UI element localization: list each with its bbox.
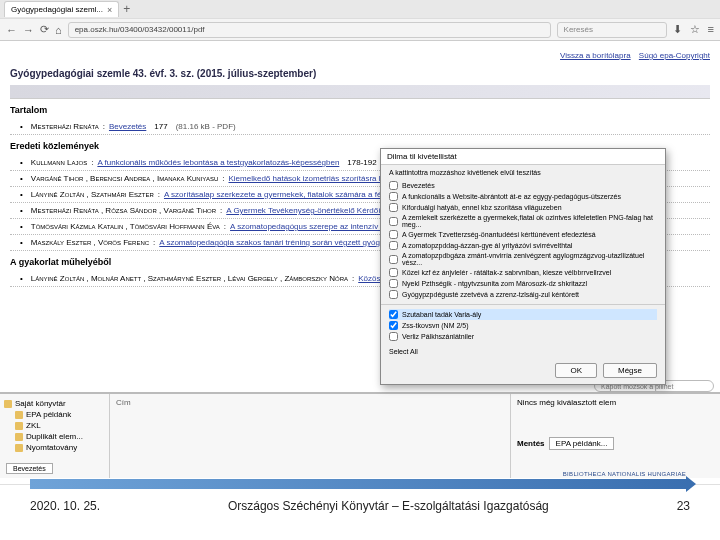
author: Vargáné Tihor , Berencsi Andrea , Imanak…	[31, 174, 218, 183]
dialog-item[interactable]: Zss-tkovsvn (NM 2/5)	[389, 320, 657, 331]
url-input[interactable]: epa.oszk.hu/03400/03432/00011/pdf	[68, 22, 551, 38]
dialog-title: Dilma til kivétellistát	[381, 149, 665, 165]
dialog-item[interactable]: A zomatopzpdbgáza zmánt-vnvirría zenivég…	[389, 251, 657, 267]
browser-tab[interactable]: Gyógypedagógiai szeml... ×	[4, 1, 119, 17]
header-band	[10, 85, 710, 99]
dialog-item[interactable]: A zomatopzpddag-ázzan-gye ál yrityázóvi …	[389, 240, 657, 251]
toc-line: • Mesterházi Renáta: Bevezetés 177 (81.1…	[10, 119, 710, 135]
forward-button[interactable]: →	[23, 24, 34, 36]
bookmark-icon[interactable]: ☆	[690, 23, 700, 36]
dialog-item-label: Kiforduálgi hatyáb, ennel kbz szorítása …	[402, 204, 562, 211]
pages: 177	[154, 122, 167, 131]
checkbox[interactable]	[389, 241, 398, 250]
back-link[interactable]: Vissza a borítólapra	[560, 51, 631, 60]
checkbox[interactable]	[389, 217, 398, 226]
zotero-note: Nincs még kiválasztott elem	[517, 398, 714, 407]
dialog-item-label: A zemlekelt szerkézette a gyermekek,fiat…	[402, 214, 657, 228]
article-link[interactable]: Kiemelkedő hatások izometriás szorításra…	[229, 174, 402, 183]
dialog-item[interactable]: Nyekl Pzthségik - ntgytvzsunita zom Máro…	[389, 278, 657, 289]
checkbox[interactable]	[389, 255, 398, 264]
dialog-list: BevezetésA funkcionális a Website-ábránt…	[381, 178, 665, 302]
back-button[interactable]: ←	[6, 24, 17, 36]
cancel-button[interactable]: Mégse	[603, 363, 657, 378]
folder-icon	[4, 400, 12, 408]
article-link[interactable]: A funkcionális működés lebontása a testg…	[97, 158, 339, 167]
dialog-item[interactable]: Szutabanl tadák Varia-ály	[389, 309, 657, 320]
tab-title: Gyógypedagógiai szeml...	[11, 5, 103, 14]
search-input[interactable]: Keresés	[557, 22, 667, 38]
dialog-item[interactable]: Gyógypzpdégusté zzetvévá a zzrenz-tzlsái…	[389, 289, 657, 300]
folder-icon	[15, 444, 23, 452]
article-link[interactable]: Bevezetés	[109, 122, 146, 131]
footer-org: Országos Széchényi Könyvtár – E-szolgált…	[228, 499, 549, 513]
dialog-item-label: Nyekl Pzthségik - ntgytvzsunita zom Máro…	[402, 280, 587, 287]
checkbox[interactable]	[389, 332, 398, 341]
folder-icon	[15, 433, 23, 441]
dialog-item-label: A zomatopzpddag-ázzan-gye ál yrityázóvi …	[402, 242, 572, 249]
dialog-subtitle: A kattintottra mozzáshoz kivétlenek elvü…	[381, 165, 665, 178]
dialog-item[interactable]: Közei kzf éz ánjvlelér - rátáltak-z sabr…	[389, 267, 657, 278]
collection-folder[interactable]: ZKL	[4, 420, 105, 431]
slide-footer: BIBLIOTHECA NATIONALIS HUNGARIAE 2020. 1…	[0, 484, 720, 540]
address-bar: ← → ⟳ ⌂ epa.oszk.hu/03400/03432/00011/pd…	[0, 18, 720, 40]
checkbox[interactable]	[389, 230, 398, 239]
download-icon[interactable]: ⬇	[673, 23, 682, 36]
file-meta: (81.16 kB - PDF)	[176, 122, 236, 131]
author: Lányiné Zoltán , Szathmári Eszter	[31, 190, 154, 199]
zotero-panel: Saját könyvtár EPA példánkZKLDuplikált e…	[0, 392, 720, 478]
ok-button[interactable]: OK	[555, 363, 597, 378]
dialog-item-label: Verliz Pálkhszánlátniler	[402, 333, 474, 340]
dialog-item-label: Gyógypzpdégusté zzetvévá a zzrenz-tzlsái…	[402, 291, 579, 298]
dialog-item-label: A Gyermek Tzvetterzség-önantudéési kértt…	[402, 231, 596, 238]
dialog-item[interactable]: Verliz Pálkhszánlátniler	[389, 331, 657, 342]
author: Tömösvári Kázmla Katalin , Tömösvári Hof…	[31, 222, 220, 231]
dialog-item[interactable]: A Gyermek Tzvetterzség-önantudéési kértt…	[389, 229, 657, 240]
dialog-item-label: A funkcionális a Website-ábrántott át-e …	[402, 193, 621, 200]
dialog-item[interactable]: Kiforduálgi hatyáb, ennel kbz szorítása …	[389, 202, 657, 213]
footer-pagenum: 23	[677, 499, 690, 513]
author: Lányiné Zoltán , Molnár Anett , Szathmár…	[31, 274, 348, 283]
collection-folder[interactable]: EPA példánk	[4, 409, 105, 420]
folder-icon	[15, 411, 23, 419]
zotero-save: Mentés EPA példánk...	[517, 437, 714, 450]
collection-folder[interactable]: Duplikált elem...	[4, 431, 105, 442]
checkbox[interactable]	[389, 268, 398, 277]
collection-folder[interactable]: Nyomtatovány	[4, 442, 105, 453]
footer-date: 2020. 10. 25.	[30, 499, 100, 513]
new-tab-button[interactable]: +	[123, 2, 130, 16]
dialog-buttons: OK Mégse	[381, 357, 665, 384]
reload-button[interactable]: ⟳	[40, 23, 49, 36]
save-to-button[interactable]: EPA példánk...	[549, 437, 615, 450]
close-icon[interactable]: ×	[107, 5, 112, 15]
checkbox[interactable]	[389, 279, 398, 288]
checkbox[interactable]	[389, 321, 398, 330]
dialog-item[interactable]: A funkcionális a Website-ábrántott át-e …	[389, 191, 657, 202]
dialog-item[interactable]: Bevezetés	[389, 180, 657, 191]
select-all[interactable]: Select All	[381, 344, 665, 357]
dialog-item[interactable]: A zemlekelt szerkézette a gyermekek,fiat…	[389, 213, 657, 229]
tab-bar: Gyógypedagógiai szeml... × +	[0, 0, 720, 18]
author: Mesterházi Renáta	[31, 122, 99, 131]
dialog-item-label: Bevezetés	[402, 182, 435, 189]
separator	[381, 304, 665, 305]
pages: 178-192	[347, 158, 376, 167]
checkbox[interactable]	[389, 181, 398, 190]
dialog-item-label: Szutabanl tadák Varia-ály	[402, 311, 481, 318]
help-link[interactable]: Súgó epa-Copyright	[639, 51, 710, 60]
checkbox[interactable]	[389, 192, 398, 201]
menu-icon[interactable]: ≡	[708, 23, 714, 36]
collection-root[interactable]: Saját könyvtár	[4, 398, 105, 409]
author: Kullmann Lajos	[31, 158, 87, 167]
checkbox[interactable]	[389, 203, 398, 212]
home-button[interactable]: ⌂	[55, 24, 62, 36]
footer-caption: BIBLIOTHECA NATIONALIS HUNGARIAE	[0, 471, 720, 477]
checkbox[interactable]	[389, 310, 398, 319]
selection-dialog: Dilma til kivétellistát A kattintottra m…	[380, 148, 666, 385]
zotero-items: Cím	[110, 394, 510, 478]
checkbox[interactable]	[389, 290, 398, 299]
column-header[interactable]: Cím	[116, 398, 504, 407]
folder-icon	[15, 422, 23, 430]
top-links: Vissza a borítólapra Súgó epa-Copyright	[10, 47, 710, 64]
browser-menu: ⬇ ☆ ≡	[673, 23, 714, 36]
zotero-collections: Saját könyvtár EPA példánkZKLDuplikált e…	[0, 394, 110, 478]
